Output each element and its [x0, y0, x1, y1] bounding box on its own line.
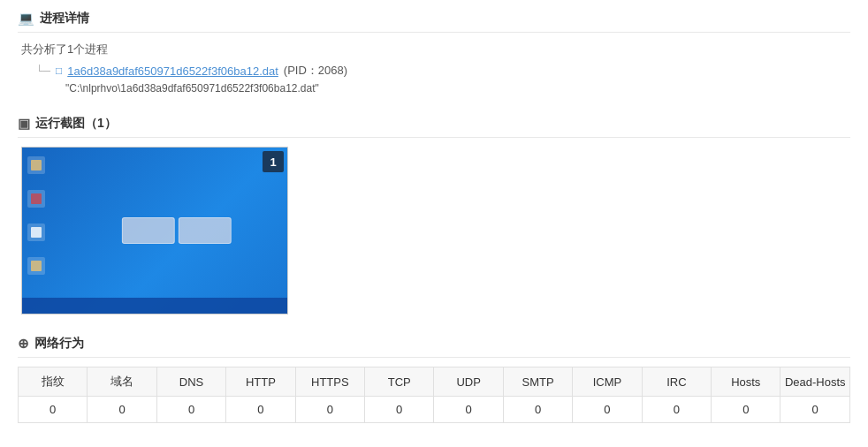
screenshot-section-header: ▣ 运行截图（1） — [18, 116, 850, 138]
desktop-dialog — [122, 217, 232, 244]
desktop-icon-2 — [27, 190, 45, 208]
desktop-icons — [27, 156, 45, 275]
process-section: 💻 进程详情 共分析了1个进程 └─ □ 1a6d38a9dfaf650971d… — [18, 11, 850, 95]
process-section-title: 进程详情 — [40, 11, 89, 27]
network-table-body: 000000000000 — [19, 397, 850, 423]
process-name-link[interactable]: 1a6d38a9dfaf650971d6522f3f06ba12.dat — [67, 64, 278, 78]
network-col-header: IRC — [642, 367, 711, 397]
network-icon: ⊕ — [18, 336, 29, 352]
icon-inner-4 — [31, 261, 42, 271]
network-table-head: 指纹域名DNSHTTPHTTPSTCPUDPSMTPICMPIRCHostsDe… — [19, 367, 850, 397]
process-pid: (PID：2068) — [284, 63, 347, 79]
screenshot-grid: 1 — [21, 147, 850, 314]
network-col-header: Dead-Hosts — [780, 367, 850, 397]
process-section-header: 💻 进程详情 — [18, 11, 850, 33]
network-section-title: 网络行为 — [34, 336, 84, 352]
screenshot-badge: 1 — [263, 151, 284, 172]
network-section-header: ⊕ 网络行为 — [18, 336, 850, 358]
process-tree: └─ □ 1a6d38a9dfaf650971d6522f3f06ba12.da… — [28, 63, 850, 95]
screenshot-thumbnail — [22, 148, 287, 314]
network-col-header: Hosts — [712, 367, 780, 397]
network-cell: 0 — [19, 397, 88, 423]
icon-inner-2 — [31, 193, 42, 204]
desktop-icon-3 — [27, 224, 45, 241]
network-cell: 0 — [573, 397, 642, 423]
desktop-icon-1 — [27, 156, 45, 174]
tree-branch-icon: └─ — [35, 64, 50, 77]
network-header-row: 指纹域名DNSHTTPHTTPSTCPUDPSMTPICMPIRCHostsDe… — [19, 367, 850, 397]
network-cell: 0 — [642, 397, 711, 423]
screenshot-section: ▣ 运行截图（1） — [18, 116, 850, 314]
network-col-header: 域名 — [88, 367, 156, 397]
desktop-bg — [22, 148, 287, 314]
network-cell: 0 — [156, 397, 225, 423]
network-data-row: 000000000000 — [19, 397, 850, 423]
network-col-header: SMTP — [503, 367, 572, 397]
network-cell: 0 — [434, 397, 503, 423]
icon-inner-3 — [31, 227, 42, 238]
network-table: 指纹域名DNSHTTPHTTPSTCPUDPSMTPICMPIRCHostsDe… — [18, 367, 850, 423]
dialog-box-2 — [179, 217, 232, 244]
desktop-icon-4 — [27, 257, 45, 275]
network-cell: 0 — [503, 397, 572, 423]
network-cell: 0 — [780, 397, 850, 423]
network-cell: 0 — [712, 397, 780, 423]
network-col-header: HTTP — [226, 367, 295, 397]
screenshot-item[interactable]: 1 — [21, 147, 288, 314]
main-page: 💻 进程详情 共分析了1个进程 └─ □ 1a6d38a9dfaf650971d… — [0, 0, 868, 447]
network-col-header: TCP — [365, 367, 434, 397]
network-col-header: DNS — [156, 367, 225, 397]
desktop-taskbar — [22, 298, 287, 314]
network-section: ⊕ 网络行为 指纹域名DNSHTTPHTTPSTCPUDPSMTPICMPIRC… — [18, 336, 850, 423]
process-item: └─ □ 1a6d38a9dfaf650971d6522f3f06ba12.da… — [28, 63, 850, 79]
network-cell: 0 — [226, 397, 295, 423]
icon-inner-1 — [31, 160, 42, 170]
dialog-box-1 — [122, 217, 175, 244]
network-col-header: ICMP — [573, 367, 642, 397]
network-cell: 0 — [365, 397, 434, 423]
process-count: 共分析了1个进程 — [21, 42, 850, 57]
network-cell: 0 — [88, 397, 156, 423]
process-icon: 💻 — [18, 11, 34, 27]
network-cell: 0 — [295, 397, 364, 423]
process-path: "C:\nlprhvo\1a6d38a9dfaf650971d6522f3f06… — [65, 82, 850, 95]
network-col-header: HTTPS — [295, 367, 364, 397]
screenshot-icon: ▣ — [18, 116, 30, 132]
network-col-header: UDP — [434, 367, 503, 397]
screenshot-section-title: 运行截图（1） — [35, 116, 117, 132]
file-icon: □ — [56, 64, 62, 77]
network-col-header: 指纹 — [19, 367, 88, 397]
